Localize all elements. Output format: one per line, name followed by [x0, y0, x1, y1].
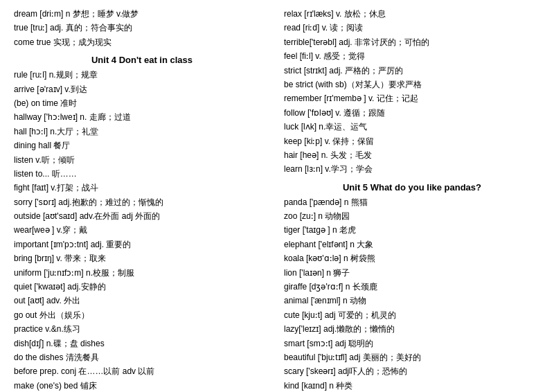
- right-top-entries: relax [rɪ'læks] v. 放松；休息 read [riːd] v. …: [284, 7, 540, 177]
- list-item: listen v.听；倾听: [14, 153, 270, 167]
- entry-keep: keep [kiːp] v. 保持；保留: [284, 134, 540, 148]
- list-item: cute [kjuːt] adj 可爱的；机灵的: [284, 308, 540, 322]
- entry-dream: dream [driːm] n 梦想；睡梦 v.做梦: [14, 7, 270, 21]
- list-item: tiger ['taɪgə ] n 老虎: [284, 223, 540, 237]
- list-item: arrive [ə'raɪv] v.到达: [14, 82, 270, 96]
- list-item: panda ['pændə] n 熊猫: [284, 195, 540, 209]
- list-item: listen to... 听……: [14, 167, 270, 181]
- list-item: out [aʊt] adv. 外出: [14, 294, 270, 308]
- list-item: make (one's) bed 铺床: [14, 379, 270, 392]
- list-item: (be) on time 准时: [14, 96, 270, 110]
- list-item: sorry ['sɒrɪ] adj.抱歉的；难过的；惭愧的: [14, 195, 270, 209]
- list-item: smart [smɔːt] adj 聪明的: [284, 337, 540, 350]
- section2-entries: panda ['pændə] n 熊猫 zoo [zuː] n 动物园 tige…: [284, 195, 540, 392]
- entry-feel: feel [fiːl] v. 感受；觉得: [284, 49, 540, 63]
- list-item: wear[weə ] v.穿；戴: [14, 223, 270, 237]
- entry-learn: learn [lɜːn] v.学习；学会: [284, 162, 540, 176]
- left-column: dream [driːm] n 梦想；睡梦 v.做梦 true [truː] a…: [14, 7, 270, 392]
- entry-luck: luck [lʌk] n.幸运、运气: [284, 120, 540, 134]
- entry-hair: hair [heə] n. 头发；毛发: [284, 148, 540, 162]
- entry-follow: follow ['fɒləʊ] v. 遵循；跟随: [284, 106, 540, 120]
- section1-entries: rule [ruːl] n.规则；规章 arrive [ə'raɪv] v.到达…: [14, 68, 270, 392]
- list-item: scary ['skeərɪ] adj吓人的；恐怖的: [284, 364, 540, 378]
- entry-true: true [truː] adj. 真的；符合事实的: [14, 21, 270, 35]
- list-item: kind [kaɪnd] n 种类: [284, 379, 540, 392]
- right-column: relax [rɪ'læks] v. 放松；休息 read [riːd] v. …: [284, 7, 540, 392]
- list-item: beautiful ['bjuːtɪfl] adj 美丽的；美好的: [284, 350, 540, 364]
- entry-relax: relax [rɪ'læks] v. 放松；休息: [284, 7, 540, 21]
- list-item: giraffe [dʒə'rɑːf] n 长颈鹿: [284, 280, 540, 294]
- list-item: do the dishes 清洗餐具: [14, 350, 270, 364]
- list-item: practice v.&n.练习: [14, 322, 270, 336]
- list-item: koala [kəʊ'ɑːlə] n 树袋熊: [284, 251, 540, 265]
- list-item: rule [ruːl] n.规则；规章: [14, 68, 270, 82]
- list-item: quiet ['kwaɪət] adj.安静的: [14, 280, 270, 294]
- list-item: dining hall 餐厅: [14, 139, 270, 152]
- list-item: hall [hɔːl] n.大厅；礼堂: [14, 125, 270, 139]
- list-item: lion ['laɪən] n 狮子: [284, 266, 540, 280]
- entry-strict: strict [strɪkt] adj. 严格的；严厉的: [284, 64, 540, 78]
- list-item: uniform ['juːnɪfɔːm] n.校服；制服: [14, 266, 270, 280]
- entry-terrible: terrible['terəbl] adj. 非常讨厌的；可怕的: [284, 35, 540, 49]
- section1-header: Unit 4 Don't eat in class: [14, 55, 270, 65]
- entry-read: read [riːd] v. 读；阅读: [284, 21, 540, 35]
- list-item: zoo [zuː] n 动物园: [284, 209, 540, 223]
- list-item: dish[dɪʃ] n.碟；盘 dishes: [14, 337, 270, 350]
- entry-be-strict: be strict (with sb)（对某人）要求严格: [284, 78, 540, 91]
- list-item: important [ɪm'pɔːtnt] adj. 重要的: [14, 238, 270, 251]
- list-item: elephant ['elɪfənt] n 大象: [284, 238, 540, 251]
- entry-remember: remember [rɪ'membə ] v. 记住；记起: [284, 91, 540, 105]
- entry-come-true: come true 实现；成为现实: [14, 35, 270, 49]
- left-top-entries: dream [driːm] n 梦想；睡梦 v.做梦 true [truː] a…: [14, 7, 270, 49]
- list-item: lazy['leɪzɪ] adj.懒散的；懒惰的: [284, 322, 540, 336]
- section2-header: Unit 5 What do you like pandas?: [284, 182, 540, 193]
- list-item: bring [brɪŋ] v. 带来；取来: [14, 251, 270, 265]
- list-item: animal ['ænɪml] n 动物: [284, 294, 540, 308]
- list-item: hallway ['hɔːlweɪ] n. 走廊；过道: [14, 110, 270, 124]
- list-item: fight [faɪt] v.打架；战斗: [14, 181, 270, 195]
- list-item: before prep. conj 在……以前 adv 以前: [14, 364, 270, 378]
- list-item: outside [aʊt'saɪd] adv.在外面 adj 外面的: [14, 209, 270, 223]
- list-item: go out 外出（娱乐）: [14, 308, 270, 322]
